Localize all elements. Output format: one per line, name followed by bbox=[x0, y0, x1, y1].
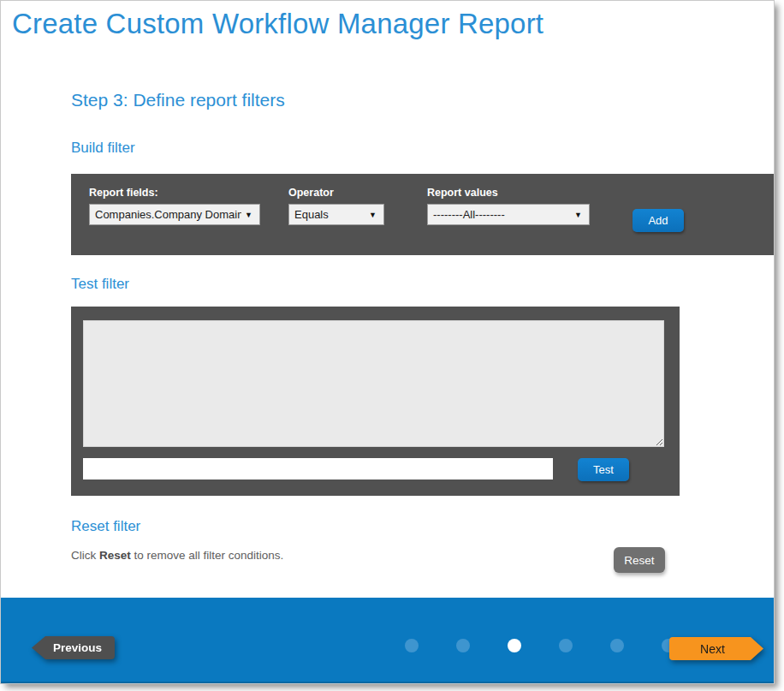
report-fields-select[interactable]: Companies.Company Domain Na ▼ bbox=[89, 204, 260, 225]
reset-button[interactable]: Reset bbox=[614, 547, 665, 573]
add-button[interactable]: Add bbox=[633, 209, 684, 232]
wizard-footer: Previous Next bbox=[1, 598, 774, 684]
report-fields-selected-value: Companies.Company Domain Na bbox=[90, 208, 241, 221]
progress-dot bbox=[610, 639, 624, 652]
next-button[interactable]: Next bbox=[669, 637, 763, 660]
chevron-down-icon: ▼ bbox=[365, 211, 383, 219]
report-values-group: Report values --------All-------- ▼ bbox=[427, 187, 590, 225]
previous-button[interactable]: Previous bbox=[32, 636, 115, 659]
test-filter-panel: Test bbox=[71, 307, 680, 496]
filter-conditions-textarea[interactable] bbox=[83, 320, 664, 447]
build-filter-heading: Build filter bbox=[71, 140, 135, 157]
report-fields-label: Report fields: bbox=[89, 187, 260, 199]
operator-label: Operator bbox=[288, 187, 384, 199]
test-value-input[interactable] bbox=[83, 458, 553, 480]
reset-instruction-prefix: Click bbox=[71, 549, 99, 562]
operator-selected-value: Equals bbox=[289, 208, 365, 221]
report-values-selected-value: --------All-------- bbox=[428, 208, 571, 221]
reset-instruction-bold: Reset bbox=[99, 549, 131, 562]
page-title: Create Custom Workflow Manager Report bbox=[12, 8, 543, 40]
progress-dot bbox=[559, 639, 573, 652]
test-filter-heading: Test filter bbox=[71, 276, 129, 293]
progress-dot bbox=[456, 639, 470, 652]
progress-dot-active bbox=[508, 639, 521, 652]
reset-instruction-suffix: to remove all filter conditions. bbox=[131, 549, 284, 562]
operator-group: Operator Equals ▼ bbox=[288, 187, 384, 225]
progress-dot bbox=[405, 639, 419, 652]
previous-button-wrap: Previous bbox=[32, 636, 115, 659]
wizard-page: Create Custom Workflow Manager Report St… bbox=[0, 0, 775, 684]
step-title: Step 3: Define report filters bbox=[71, 90, 285, 110]
report-values-select[interactable]: --------All-------- ▼ bbox=[427, 204, 590, 225]
next-button-wrap: Next bbox=[669, 637, 763, 660]
chevron-down-icon: ▼ bbox=[571, 211, 589, 219]
build-filter-panel: Report fields: Companies.Company Domain … bbox=[71, 174, 775, 255]
report-values-label: Report values bbox=[427, 187, 590, 199]
report-fields-group: Report fields: Companies.Company Domain … bbox=[89, 187, 260, 225]
reset-instruction: Click Reset to remove all filter conditi… bbox=[71, 549, 283, 562]
reset-filter-heading: Reset filter bbox=[71, 518, 140, 535]
test-button[interactable]: Test bbox=[578, 458, 629, 481]
progress-dots bbox=[405, 639, 675, 652]
chevron-down-icon: ▼ bbox=[241, 211, 259, 219]
operator-select[interactable]: Equals ▼ bbox=[288, 204, 384, 225]
